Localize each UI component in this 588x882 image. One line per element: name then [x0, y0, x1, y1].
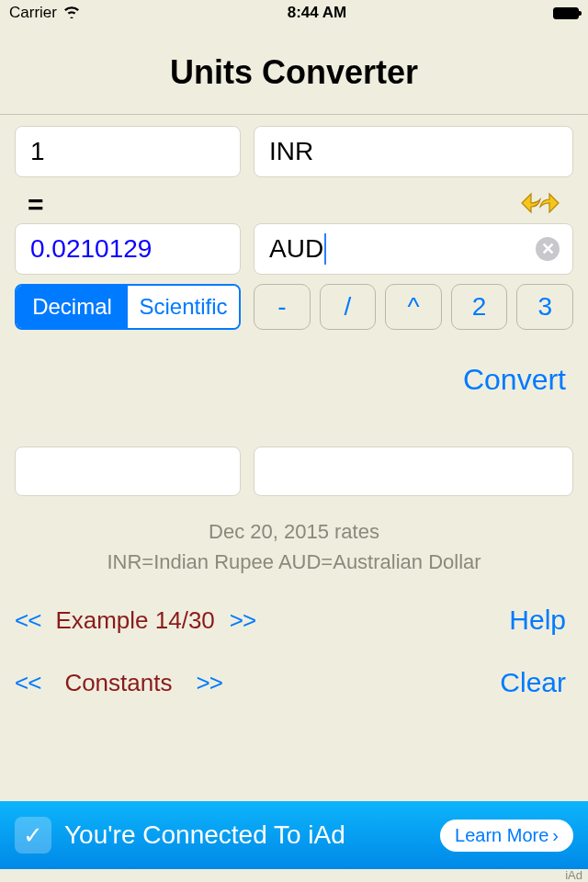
- to-unit-input[interactable]: AUD ✕: [254, 223, 573, 275]
- status-bar: Carrier 8:44 AM: [0, 0, 588, 26]
- rates-info: Dec 20, 2015 rates INR=Indian Rupee AUD=…: [15, 516, 573, 577]
- ad-attribution: iAd: [565, 868, 582, 882]
- clear-button[interactable]: Clear: [500, 667, 573, 698]
- constants-nav: << Constants >> Clear: [15, 667, 573, 698]
- example-next-button[interactable]: >>: [230, 606, 255, 635]
- learn-more-button[interactable]: Learn More ›: [440, 820, 573, 852]
- constants-next-button[interactable]: >>: [196, 669, 221, 697]
- constants-prev-button[interactable]: <<: [15, 669, 40, 697]
- equals-label: =: [15, 184, 53, 226]
- op-2-button[interactable]: 2: [451, 284, 508, 330]
- format-segmented: Decimal Scientific: [15, 284, 241, 330]
- page-title: Units Converter: [0, 26, 588, 115]
- op-power-button[interactable]: ^: [385, 284, 442, 330]
- op-minus-button[interactable]: -: [254, 284, 311, 330]
- clear-field-icon[interactable]: ✕: [536, 237, 560, 261]
- scientific-tab[interactable]: Scientific: [128, 286, 239, 328]
- carrier-label: Carrier: [9, 4, 57, 22]
- aux-input-left[interactable]: [15, 447, 241, 496]
- battery-icon: [553, 7, 579, 19]
- banner-text: You're Connected To iAd: [64, 820, 427, 850]
- clock: 8:44 AM: [288, 4, 347, 22]
- to-value-output[interactable]: 0.0210129: [15, 223, 241, 275]
- op-3-button[interactable]: 3: [516, 284, 573, 330]
- wifi-icon: [62, 4, 81, 23]
- check-icon: ✓: [15, 817, 51, 854]
- ad-banner[interactable]: ✓ You're Connected To iAd Learn More ›: [0, 801, 588, 869]
- decimal-tab[interactable]: Decimal: [17, 286, 128, 328]
- from-unit-input[interactable]: INR: [254, 126, 573, 177]
- text-cursor: [324, 233, 326, 265]
- swap-icon[interactable]: [511, 187, 570, 223]
- example-prev-button[interactable]: <<: [15, 606, 40, 635]
- convert-button[interactable]: Convert: [463, 363, 566, 396]
- aux-input-right[interactable]: [254, 447, 573, 496]
- op-divide-button[interactable]: /: [320, 284, 377, 330]
- from-value-input[interactable]: 1: [15, 126, 241, 177]
- help-button[interactable]: Help: [509, 605, 573, 636]
- examples-nav: << Example 14/30 >> Help: [15, 605, 573, 636]
- chevron-right-icon: ›: [552, 825, 559, 846]
- constants-label: Constants: [55, 669, 181, 697]
- example-label: Example 14/30: [55, 606, 214, 635]
